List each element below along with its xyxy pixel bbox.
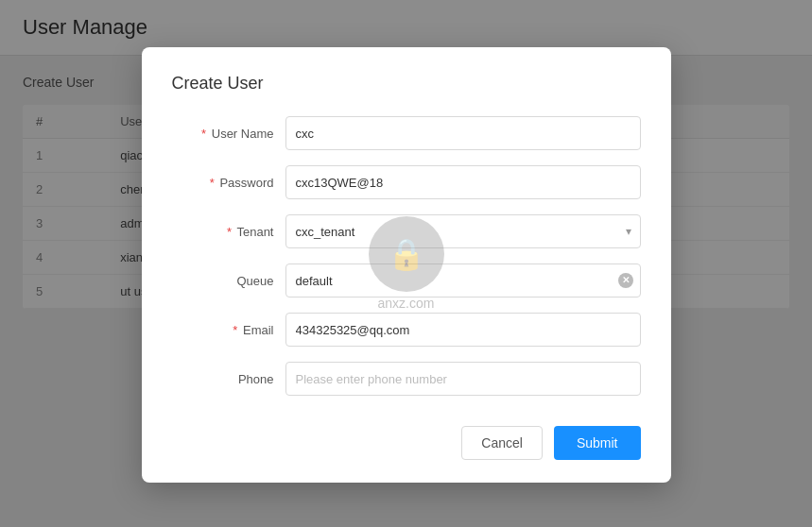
modal-title: Create User [172,74,641,94]
phone-input[interactable] [285,362,641,396]
tenant-select-wrapper: cxc_tenant admin_tenant default_tenant ▾ [285,214,641,248]
submit-button[interactable]: Submit [554,426,641,460]
queue-input-wrapper: ✕ [285,264,641,298]
queue-clear-button[interactable]: ✕ [618,273,633,288]
tenant-label: * Tenant [172,225,285,239]
username-row: * User Name [172,116,641,150]
cancel-button[interactable]: Cancel [461,426,543,460]
password-required-mark: * [210,176,215,190]
create-user-modal: Create User * User Name * Password * Ten… [142,47,671,483]
phone-row: Phone [172,362,641,396]
queue-label: Queue [172,274,285,288]
tenant-required-mark: * [227,225,232,239]
queue-input[interactable] [285,264,641,298]
username-input[interactable] [285,116,641,150]
email-input[interactable] [285,313,641,347]
email-required-mark: * [233,323,237,337]
username-required-mark: * [201,127,206,141]
username-label: * User Name [172,127,285,141]
password-row: * Password [172,165,641,199]
modal-footer: Cancel Submit [172,418,641,460]
tenant-select[interactable]: cxc_tenant admin_tenant default_tenant [285,214,641,248]
queue-row: Queue ✕ [172,264,641,298]
email-label: * Email [172,323,285,337]
email-row: * Email [172,313,641,347]
password-label: * Password [172,176,285,190]
tenant-row: * Tenant cxc_tenant admin_tenant default… [172,214,641,248]
modal-overlay: Create User * User Name * Password * Ten… [0,0,812,527]
phone-label: Phone [172,372,285,386]
password-input[interactable] [285,165,641,199]
